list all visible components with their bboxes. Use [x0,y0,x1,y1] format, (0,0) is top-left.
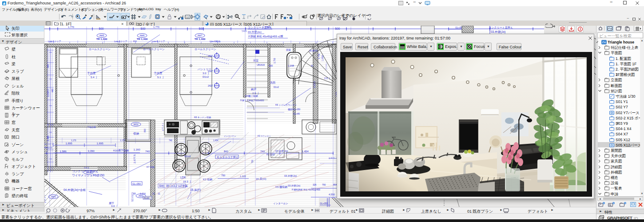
svg-text:ロールスクリーン: ロールスクリーン [195,48,216,51]
svg-text:コンクリート直押え: コンクリート直押え [489,26,513,29]
svg-text:D1x4: D1x4 [184,155,191,158]
svg-text:※廊下天井枕ア600x600: ※廊下天井枕ア600x600 [240,99,264,102]
svg-text:750: 750 [221,174,225,177]
svg-text:フロスト: フロスト [325,62,327,70]
svg-text:UB1616: UB1616 [257,63,265,66]
svg-text:65: 65 [133,192,136,195]
svg-text:21: 21 [152,192,155,195]
svg-text:1,770: 1,770 [68,26,74,28]
svg-text:5.1 亅: 5.1 亅 [157,76,164,79]
svg-text:K3 カウンター: K3 カウンター [258,135,271,137]
svg-text:740: 740 [260,150,265,153]
svg-text:AW6: AW6 [140,34,145,37]
svg-text:K8 キッチン収納: K8 キッチン収納 [194,116,211,119]
svg-text:1,750: 1,750 [318,53,320,59]
svg-text:K10廊下収納: K10廊下収納 [113,149,129,152]
svg-text:Low-E断熱: Low-E断熱 [210,40,220,43]
svg-text:1,208: 1,208 [288,64,294,67]
svg-text:AW7: AW7 [198,34,203,37]
svg-text:1,170: 1,170 [120,139,125,142]
svg-text:1,170: 1,170 [71,139,76,142]
svg-text:WD2: WD2 [133,123,138,126]
svg-text:LDK: LDK [180,176,186,179]
svg-text:FL±0: FL±0 [144,197,149,199]
svg-text:棚@GL+150: 棚@GL+150 [288,108,300,111]
svg-text:5.4 亅: 5.4 亅 [91,76,98,79]
svg-text:300: 300 [269,64,273,67]
svg-text:K4棚上収納: K4棚上収納 [245,95,258,97]
svg-text:インターホン: インターホン [224,135,236,137]
svg-text:K5 棚収納: K5 棚収納 [275,186,287,188]
svg-text:TR 1,400: TR 1,400 [195,38,206,40]
svg-text:500: 500 [141,27,146,30]
svg-text:3,390: 3,390 [87,150,95,152]
svg-text:※胴縁 米松 45x45@455 x2重: ※胴縁 米松 45x45@455 x2重 [248,35,283,38]
svg-text:ロールスクリーン: ロールスクリーン [143,48,165,51]
svg-text:1,770: 1,770 [153,26,159,28]
svg-text:03.外壁(Jo): 03.外壁(Jo) [284,174,297,177]
svg-text:K6 トイレカウンター: K6 トイレカウンター [275,103,297,106]
svg-text:コンクリート直押え: コンクリート直押え [72,170,98,173]
svg-text:500: 500 [99,27,104,30]
svg-text:D1x2: D1x2 [203,75,209,78]
svg-text:1,014: 1,014 [140,192,146,195]
svg-text:GL+80: GL+80 [293,112,300,115]
svg-text:ワイヤメッシュΦ6@150: ワイヤメッシュΦ6@150 [72,174,104,177]
svg-text:下θ 0: 下θ 0 [83,166,89,169]
svg-text:1,454: 1,454 [213,139,219,142]
svg-text:841: 841 [224,150,229,153]
svg-text:03.外壁(Jo): 03.外壁(Jo) [491,30,505,34]
svg-text:ロールスクリーン: ロールスクリーン [89,48,111,51]
svg-text:03.外壁(Jo): 03.外壁(Jo) [248,30,262,34]
svg-text:St柱: 89.1x3.2 UZ塗装: St柱: 89.1x3.2 UZ塗装 [159,184,188,188]
svg-text:トウメイ: トウメイ [161,123,164,131]
svg-text:12: 12 [186,16,189,19]
svg-text:500: 500 [199,27,204,30]
svg-text:1,586: 1,586 [60,150,67,153]
svg-text:1,050: 1,050 [321,55,324,61]
svg-text:※通気胴縁 米松 40x45@455: ※通気胴縁 米松 40x45@455 [291,188,320,191]
svg-text:TR 1,400: TR 1,400 [96,38,107,40]
svg-text:1,454: 1,454 [302,150,309,153]
svg-text:子供室: 子供室 [87,71,96,75]
svg-text:収納: 収納 [133,132,139,135]
svg-text:1,695: 1,695 [65,142,72,145]
svg-text:Low-Eクリア: Low-Eクリア [48,40,61,43]
svg-text:GL+350: GL+350 [132,182,141,185]
svg-text:03.外壁(Jo): 03.外壁(Jo) [288,184,300,187]
svg-text:浴室: 浴室 [286,48,291,52]
svg-text:AW3: AW3 [51,195,56,198]
svg-text:800: 800 [143,128,146,132]
svg-text:納戸: 納戸 [250,87,256,91]
svg-text:740: 740 [145,150,150,153]
svg-text:D1x2: D1x2 [274,86,279,88]
svg-text:04.外壁(Jo)+合板: 04.外壁(Jo)+合板 [64,188,86,192]
svg-text:AW5: AW5 [99,34,104,37]
svg-text:2KET: 2KET [208,85,213,87]
svg-text:4,550: 4,550 [329,193,335,196]
svg-text:洗面: 洗面 [270,81,275,84]
svg-text:K7 収納: K7 収納 [147,166,155,168]
svg-text:下θ 0: 下θ 0 [241,30,246,32]
svg-text:1,160: 1,160 [133,148,140,151]
svg-text:インターホン: インターホン [273,202,288,205]
svg-text:GL+355: GL+355 [320,202,328,205]
svg-text:500: 500 [335,27,340,30]
svg-text:廊下: 廊下 [109,202,114,205]
svg-text:2,022.5: 2,022.5 [314,81,316,88]
svg-text:Low-Eクリア: Low-Eクリア [152,40,165,43]
svg-text:1,695: 1,695 [96,142,103,145]
svg-text:790: 790 [322,183,326,186]
svg-text:TR 1,400: TR 1,400 [137,38,148,40]
svg-text:FIX: FIX [133,40,137,43]
svg-text:下地合板: 下地合板 [87,126,96,129]
svg-text:740: 740 [169,139,172,142]
svg-text:2KET: 2KET [208,70,213,72]
svg-text:445: 445 [51,88,54,92]
svg-text:浴室: 浴室 [253,59,258,62]
svg-text:2,677.5: 2,677.5 [133,154,136,163]
svg-text:326: 326 [313,183,317,186]
svg-text:Low-Eクリア: Low-Eクリア [114,40,127,43]
svg-text:コンクリート直押え: コンクリート直押え [248,26,272,29]
svg-text:1,750: 1,750 [273,58,276,63]
